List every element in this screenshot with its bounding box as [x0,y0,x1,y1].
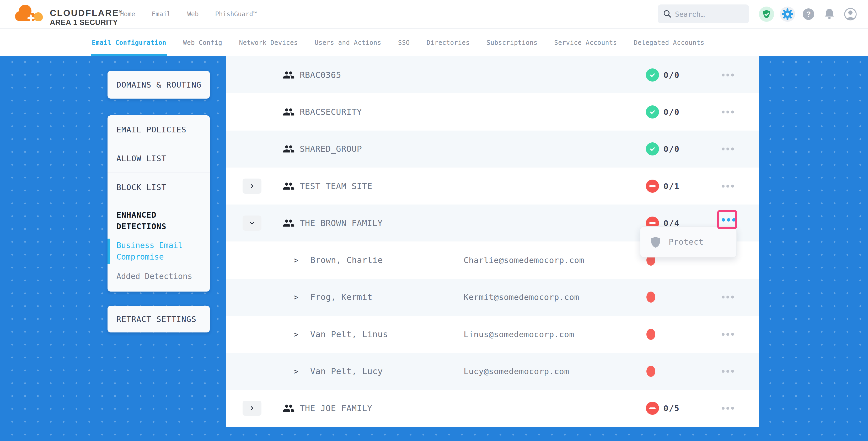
status-unprotected-badge [646,180,659,193]
status-unprotected-badge [646,402,659,415]
nav-link-phishguard[interactable]: PhishGuard™ [215,10,257,18]
protect-menu-label: Protect [669,237,704,247]
protect-menu-item[interactable]: Protect [640,236,736,248]
tab-delegated-accounts[interactable]: Delegated Accounts [634,29,704,56]
member-name: Brown, Charlie [310,255,383,265]
protected-count: 0/1 [663,182,680,191]
status-unprotected-dot [646,329,655,340]
table-row-member: >Van Pelt, LucyLucy@somedemocorp.com [226,353,758,389]
nav-link-home[interactable]: Home [120,10,135,18]
notifications-bell-icon[interactable] [819,8,840,21]
protected-count: 0/0 [663,144,680,154]
group-name: TEST TEAM SITE [300,181,372,191]
table-row-group: THE JOE FAMILY0/5 [226,390,758,427]
header-nav: HomeEmailWebPhishGuard™ [120,0,257,28]
member-email: Linus@somedemocorp.com [464,329,574,339]
table-row-member: >Frog, KermitKermit@somedemocorp.com [226,279,758,316]
row-actions-menu[interactable] [721,370,735,373]
sidebar-card-domains-routing[interactable]: DOMAINS & ROUTING [107,71,210,99]
group-people-icon [283,106,295,118]
account-avatar-icon[interactable] [840,7,861,21]
group-name: RBAC0365 [300,70,341,80]
svg-text:?: ? [806,10,811,18]
nav-link-email[interactable]: Email [152,10,171,18]
search-input[interactable] [675,4,746,24]
row-actions-menu[interactable] [721,148,735,151]
sidebar-item-email-policies[interactable]: EMAIL POLICIES [107,115,210,144]
protected-count: 0/5 [663,404,680,413]
member-email: Charlie@somedemocorp.com [464,255,584,265]
sidebar-item-block-list[interactable]: BLOCK LIST [107,173,210,201]
table-row-group: TEST TEAM SITE0/1 [226,167,758,204]
chevron-right-icon: > [294,329,299,339]
group-people-icon [283,69,295,81]
group-people-icon [283,217,295,229]
sidebar-item-allow-list[interactable]: ALLOW LIST [107,144,210,173]
tab-network-devices[interactable]: Network Devices [239,29,298,56]
row-actions-menu[interactable] [721,185,735,187]
search-box[interactable] [658,4,749,23]
status-unprotected-dot [646,291,655,303]
top-header: CLOUDFLARE® AREA 1 SECURITY HomeEmailWeb… [0,0,868,28]
member-name: Frog, Kermit [310,292,372,302]
member-email: Kermit@somedemocorp.com [464,292,579,302]
sidebar-card-retract-settings[interactable]: RETRACT SETTINGS [107,306,210,333]
status-protected-badge [646,143,659,155]
secondary-nav: Email ConfigurationWeb ConfigNetwork Dev… [0,28,868,56]
status-unprotected-dot [646,366,655,377]
status-protected-badge [646,68,659,82]
protected-count: 0/0 [663,107,680,117]
tab-web-config[interactable]: Web Config [183,29,222,56]
enhanced-detections-heading: ENHANCED DETECTIONS [107,201,210,232]
tab-email-configuration[interactable]: Email Configuration [92,29,166,56]
member-name: Van Pelt, Linus [310,329,388,339]
help-icon[interactable]: ? [798,8,819,20]
security-verified-icon[interactable] [756,6,777,22]
tab-subscriptions[interactable]: Subscriptions [487,29,537,56]
sidebar-card-email-policies: EMAIL POLICIESALLOW LISTBLOCK LIST ENHAN… [107,115,210,291]
header-actions: ? [756,0,861,28]
group-name: THE JOE FAMILY [300,403,372,413]
cloudflare-logo[interactable]: CLOUDFLARE® AREA 1 SECURITY [15,3,122,27]
expand-group-button[interactable] [243,401,261,416]
sidebar-subitem-added-detections[interactable]: Added Detections [107,270,210,283]
table-row-group: RBAC03650/0 [226,56,758,93]
app-root: CLOUDFLARE® AREA 1 SECURITY HomeEmailWeb… [0,0,868,441]
protected-count: 0/0 [663,70,680,80]
row-actions-menu[interactable] [721,333,735,336]
shield-icon [650,236,661,248]
tab-service-accounts[interactable]: Service Accounts [554,29,617,56]
group-name: THE BROWN FAMILY [300,218,382,228]
settings-gear-icon[interactable] [777,6,798,22]
row-actions-menu[interactable] [721,407,735,410]
expand-group-button[interactable] [243,179,261,194]
brand-title: CLOUDFLARE [50,8,119,18]
group-people-icon [283,143,295,155]
domains-routing-label: DOMAINS & ROUTING [117,80,202,89]
status-protected-badge [646,105,659,119]
tab-directories[interactable]: Directories [427,29,470,56]
collapse-group-button[interactable] [243,216,261,231]
chevron-right-icon: > [294,293,299,302]
group-name: RBACSECURITY [300,107,362,117]
chevron-right-icon: > [294,256,299,265]
tab-sso[interactable]: SSO [398,29,410,56]
brand-subtitle: AREA 1 SECURITY [50,18,120,27]
cloudflare-cloud-icon [15,3,47,26]
row-actions-menu[interactable] [721,296,735,298]
sidebar-subitem-business-email-compromise[interactable]: Business Email Compromise [107,239,210,263]
table-row-member: >Van Pelt, LinusLinus@somedemocorp.com [226,316,758,353]
retract-settings-label: RETRACT SETTINGS [117,315,196,324]
row-actions-menu[interactable] [721,73,735,76]
group-name: SHARED_GROUP [300,144,362,154]
row-actions-menu[interactable] [721,218,736,222]
group-people-icon [283,402,295,414]
member-name: Van Pelt, Lucy [310,366,383,376]
row-context-menu: Protect [640,226,737,257]
chevron-right-icon: > [294,367,299,376]
row-actions-menu[interactable] [721,111,735,113]
group-people-icon [283,180,295,192]
nav-link-web[interactable]: Web [187,10,198,18]
tab-users-and-actions[interactable]: Users and Actions [315,29,381,56]
member-email: Lucy@somedemocorp.com [464,367,569,376]
